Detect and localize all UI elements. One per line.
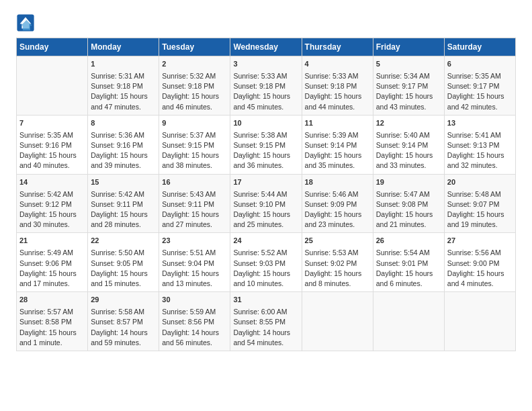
calendar-cell: 21Sunrise: 5:49 AMSunset: 9:06 PMDayligh…	[17, 233, 88, 292]
cell-text: Daylight: 15 hours	[91, 269, 156, 279]
cell-text: and 4 minutes.	[447, 279, 513, 289]
cell-text: Sunrise: 5:38 AM	[233, 130, 298, 140]
calendar-cell	[444, 292, 515, 351]
calendar-cell: 5Sunrise: 5:34 AMSunset: 9:17 PMDaylight…	[373, 56, 444, 116]
cell-text: Sunset: 9:00 PM	[447, 259, 513, 269]
cell-text: Daylight: 15 hours	[19, 210, 85, 220]
date-number: 7	[19, 118, 85, 129]
cell-text: and 1 minute.	[19, 338, 85, 348]
cell-text: Sunset: 9:11 PM	[91, 199, 156, 210]
cell-text: and 8 minutes.	[305, 279, 370, 289]
date-number: 25	[305, 236, 370, 246]
cell-text: Sunset: 9:17 PM	[447, 81, 513, 91]
date-number: 23	[162, 236, 227, 246]
cell-text: Sunrise: 5:35 AM	[19, 130, 85, 140]
date-number: 8	[91, 118, 156, 129]
weekday-header-saturday: Saturday	[444, 38, 515, 56]
cell-text: and 38 minutes.	[162, 161, 227, 171]
cell-text: Sunset: 9:16 PM	[91, 140, 156, 150]
cell-text: Daylight: 15 hours	[162, 91, 227, 101]
cell-text: Sunrise: 5:56 AM	[447, 248, 513, 258]
cell-text: and 40 minutes.	[19, 161, 85, 171]
cell-text: Sunset: 8:55 PM	[233, 317, 298, 327]
calendar-cell: 2Sunrise: 5:32 AMSunset: 9:18 PMDaylight…	[159, 56, 230, 116]
date-number: 22	[91, 236, 156, 246]
date-number: 3	[233, 59, 298, 70]
calendar-week-3: 14Sunrise: 5:42 AMSunset: 9:12 PMDayligh…	[17, 174, 516, 233]
cell-text: Sunset: 9:14 PM	[376, 140, 441, 150]
date-number: 17	[233, 177, 298, 188]
cell-text: Sunrise: 5:33 AM	[233, 71, 298, 81]
cell-text: Sunset: 8:57 PM	[91, 317, 156, 327]
calendar-cell: 19Sunrise: 5:47 AMSunset: 9:08 PMDayligh…	[373, 174, 444, 233]
cell-text: Sunrise: 5:57 AM	[19, 307, 85, 317]
cell-text: Sunset: 9:17 PM	[376, 81, 441, 91]
date-number: 14	[19, 177, 85, 188]
cell-text: Sunrise: 5:35 AM	[447, 71, 513, 81]
cell-text: and 44 minutes.	[305, 102, 370, 112]
cell-text: and 13 minutes.	[162, 279, 227, 289]
cell-text: Sunset: 9:14 PM	[305, 140, 370, 150]
cell-text: Daylight: 15 hours	[305, 210, 370, 220]
cell-text: Sunset: 9:18 PM	[305, 81, 370, 91]
calendar-header-row: SundayMondayTuesdayWednesdayThursdayFrid…	[17, 38, 516, 56]
cell-text: Daylight: 15 hours	[162, 210, 227, 220]
cell-text: Daylight: 15 hours	[376, 269, 441, 279]
cell-text: Sunrise: 5:31 AM	[91, 71, 156, 81]
date-number: 9	[162, 118, 227, 129]
cell-text: and 25 minutes.	[233, 220, 298, 230]
weekday-header-monday: Monday	[88, 38, 159, 56]
cell-text: Daylight: 15 hours	[91, 91, 156, 101]
date-number: 28	[19, 295, 85, 306]
date-number: 5	[376, 59, 441, 70]
cell-text: Sunrise: 5:48 AM	[447, 189, 513, 199]
date-number: 13	[447, 118, 513, 129]
cell-text: and 35 minutes.	[305, 161, 370, 171]
cell-text: Daylight: 15 hours	[19, 328, 85, 338]
calendar-week-4: 21Sunrise: 5:49 AMSunset: 9:06 PMDayligh…	[17, 233, 516, 292]
cell-text: and 39 minutes.	[91, 161, 156, 171]
weekday-header-thursday: Thursday	[302, 38, 373, 56]
weekday-header-tuesday: Tuesday	[159, 38, 230, 56]
cell-text: Daylight: 14 hours	[91, 328, 156, 338]
cell-text: and 27 minutes.	[162, 220, 227, 230]
calendar-cell: 13Sunrise: 5:41 AMSunset: 9:13 PMDayligh…	[444, 115, 515, 174]
calendar-cell: 15Sunrise: 5:42 AMSunset: 9:11 PMDayligh…	[88, 174, 159, 233]
date-number: 19	[376, 177, 441, 188]
cell-text: Sunrise: 5:34 AM	[376, 71, 441, 81]
calendar-cell: 31Sunrise: 6:00 AMSunset: 8:55 PMDayligh…	[230, 292, 302, 351]
cell-text: Sunset: 9:09 PM	[305, 199, 370, 210]
cell-text: Sunset: 9:10 PM	[233, 199, 298, 210]
cell-text: Sunset: 9:11 PM	[162, 199, 227, 210]
date-number: 15	[91, 177, 156, 188]
cell-text: Daylight: 15 hours	[91, 150, 156, 161]
cell-text: Sunset: 9:18 PM	[162, 81, 227, 91]
cell-text: and 15 minutes.	[91, 279, 156, 289]
cell-text: Sunset: 9:15 PM	[233, 140, 298, 150]
date-number: 1	[91, 59, 156, 70]
weekday-header-sunday: Sunday	[17, 38, 88, 56]
cell-text: Daylight: 15 hours	[233, 150, 298, 161]
cell-text: Sunrise: 5:58 AM	[91, 307, 156, 317]
calendar-week-1: 1Sunrise: 5:31 AMSunset: 9:18 PMDaylight…	[17, 56, 516, 116]
date-number: 26	[376, 236, 441, 246]
cell-text: Daylight: 15 hours	[233, 210, 298, 220]
calendar-cell: 3Sunrise: 5:33 AMSunset: 9:18 PMDaylight…	[230, 56, 302, 116]
cell-text: and 6 minutes.	[376, 279, 441, 289]
cell-text: and 46 minutes.	[162, 102, 227, 112]
cell-text: Daylight: 15 hours	[447, 91, 513, 101]
date-number: 27	[447, 236, 513, 246]
cell-text: Sunset: 9:12 PM	[19, 199, 85, 210]
date-number: 2	[162, 59, 227, 70]
cell-text: Sunrise: 5:50 AM	[91, 248, 156, 258]
calendar-cell: 22Sunrise: 5:50 AMSunset: 9:05 PMDayligh…	[88, 233, 159, 292]
cell-text: and 45 minutes.	[233, 102, 298, 112]
logo-icon	[16, 13, 35, 32]
cell-text: and 32 minutes.	[447, 161, 513, 171]
cell-text: Sunset: 9:13 PM	[447, 140, 513, 150]
calendar-cell: 20Sunrise: 5:48 AMSunset: 9:07 PMDayligh…	[444, 174, 515, 233]
cell-text: Sunset: 8:58 PM	[19, 317, 85, 327]
weekday-header-friday: Friday	[373, 38, 444, 56]
calendar-cell: 24Sunrise: 5:52 AMSunset: 9:03 PMDayligh…	[230, 233, 302, 292]
cell-text: Daylight: 14 hours	[233, 328, 298, 338]
